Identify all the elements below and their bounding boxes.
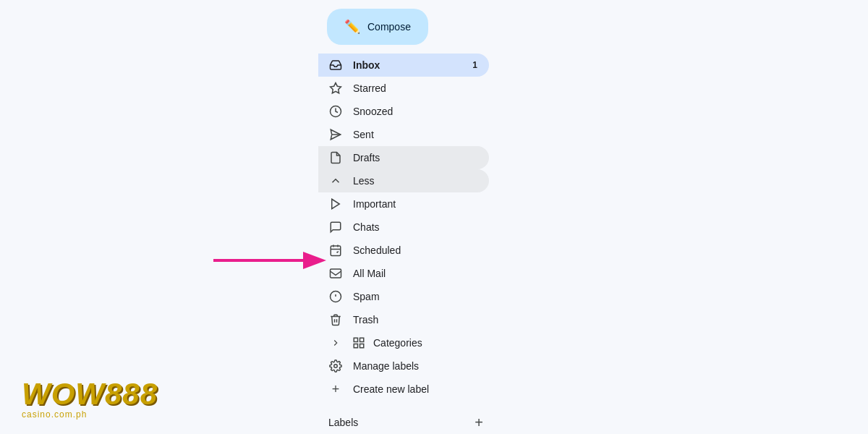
snoozed-label: Snoozed: [353, 106, 477, 117]
compose-area: ✏️ Compose: [318, 3, 499, 51]
trash-label: Trash: [353, 314, 477, 326]
inbox-label: Inbox: [353, 59, 472, 71]
sidebar-item-scheduled[interactable]: Scheduled: [318, 239, 489, 262]
spam-icon: [328, 289, 343, 304]
important-label: Important: [353, 198, 477, 210]
arrow-annotation: [213, 246, 329, 275]
svg-rect-12: [354, 338, 357, 341]
sidebar-item-drafts[interactable]: Drafts: [318, 146, 489, 169]
sidebar-item-categories[interactable]: Categories: [318, 331, 489, 354]
svg-rect-4: [331, 246, 341, 256]
chevron-up-icon: [328, 174, 343, 188]
sidebar-item-chats[interactable]: Chats: [318, 216, 489, 239]
pencil-icon: ✏️: [344, 19, 360, 35]
svg-rect-14: [360, 344, 364, 348]
categories-icon: [352, 336, 366, 350]
logo-area: WOW888 casino.com.ph: [22, 379, 158, 420]
svg-rect-13: [360, 338, 364, 341]
categories-label: Categories: [373, 337, 477, 349]
sidebar-item-allmail[interactable]: All Mail: [318, 262, 489, 285]
arrow-svg: [213, 246, 329, 275]
starred-label: Starred: [353, 82, 477, 94]
manage-labels-label: Manage labels: [353, 360, 477, 372]
svg-rect-15: [354, 344, 357, 348]
svg-rect-8: [331, 269, 341, 278]
allmail-label: All Mail: [353, 268, 477, 279]
svg-point-16: [334, 365, 338, 368]
logo-sub: casino.com.ph: [22, 409, 158, 420]
inbox-icon: [328, 58, 343, 72]
logo-main: WOW888: [22, 379, 158, 409]
svg-marker-0: [331, 83, 341, 93]
labels-title: Labels: [328, 417, 469, 428]
spam-label: Spam: [353, 291, 477, 302]
svg-marker-3: [332, 199, 340, 209]
chats-label: Chats: [353, 221, 477, 233]
draft-icon: [328, 150, 343, 165]
scheduled-label: Scheduled: [353, 244, 477, 256]
sidebar-item-less[interactable]: Less: [318, 169, 489, 192]
settings-icon: [328, 359, 343, 373]
sidebar-item-starred[interactable]: Starred: [318, 77, 489, 100]
page-container: ✏️ Compose Inbox 1 Starred Snoozed: [0, 0, 868, 434]
compose-label: Compose: [367, 21, 411, 33]
sent-label: Sent: [353, 129, 477, 140]
categories-expand-icon: [328, 336, 343, 350]
sidebar-item-spam[interactable]: Spam: [318, 285, 489, 308]
sidebar-item-trash[interactable]: Trash: [318, 308, 489, 331]
sidebar-item-manage-labels[interactable]: Manage labels: [318, 354, 489, 378]
sidebar-item-sent[interactable]: Sent: [318, 123, 489, 146]
star-icon: [328, 81, 343, 95]
plus-icon: +: [328, 382, 343, 396]
important-icon: [328, 197, 343, 211]
create-label-label: Create new label: [353, 383, 477, 395]
trash-icon: [328, 312, 343, 327]
clock-icon: [328, 104, 343, 119]
inbox-badge: 1: [472, 60, 477, 70]
less-label: Less: [353, 175, 477, 187]
allmail-icon: [328, 266, 343, 281]
chat-icon: [328, 220, 343, 234]
sidebar-item-create-label[interactable]: + Create new label: [318, 378, 489, 401]
sidebar: ✏️ Compose Inbox 1 Starred Snoozed: [318, 0, 499, 434]
labels-plus-icon: +: [475, 414, 483, 431]
labels-add-button[interactable]: +: [469, 412, 489, 433]
sidebar-item-important[interactable]: Important: [318, 192, 489, 216]
labels-section: Labels +: [318, 407, 499, 434]
sidebar-item-snoozed[interactable]: Snoozed: [318, 100, 489, 123]
send-icon: [328, 127, 343, 142]
compose-button[interactable]: ✏️ Compose: [327, 9, 428, 45]
scheduled-icon: [328, 243, 343, 258]
sidebar-item-inbox[interactable]: Inbox 1: [318, 54, 489, 77]
drafts-label: Drafts: [353, 152, 477, 163]
